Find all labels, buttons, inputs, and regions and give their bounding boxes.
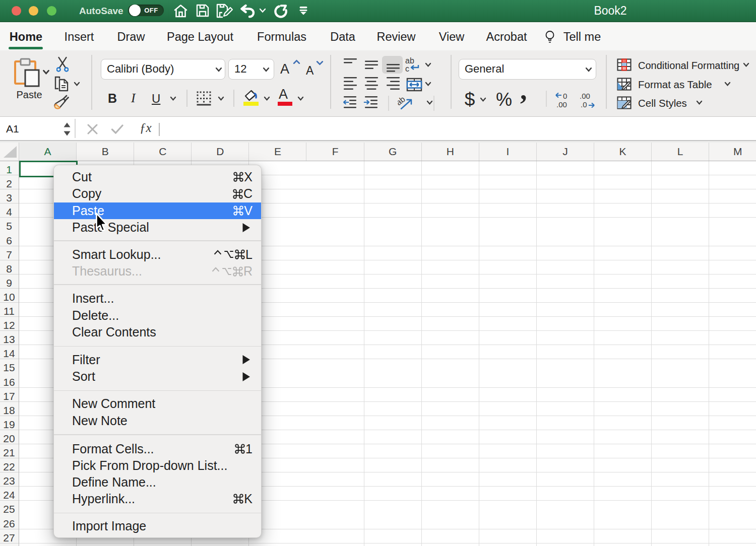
svg-text:.00: .00 bbox=[580, 92, 590, 100]
svg-text:ab: ab bbox=[405, 56, 414, 65]
svg-text:.0: .0 bbox=[581, 100, 587, 109]
svg-text:c: c bbox=[405, 64, 409, 73]
svg-text:.00: .00 bbox=[556, 100, 567, 109]
svg-text:0: 0 bbox=[563, 92, 567, 100]
